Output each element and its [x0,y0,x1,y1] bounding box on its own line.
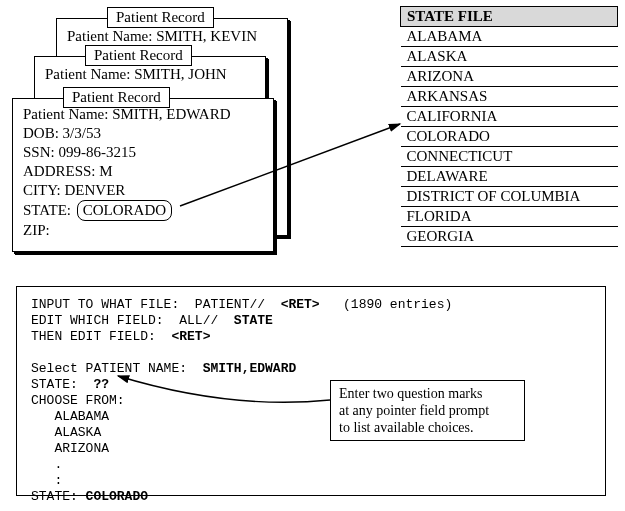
record-tab-mid: Patient Record [85,45,192,66]
patient-dob: DOB: 3/3/53 [23,124,263,143]
state-value-pill: COLORADO [77,200,172,221]
state-cell: DELAWARE [401,167,618,187]
term-line: EDIT WHICH FIELD: ALL// STATE [31,313,273,328]
table-row: CONNECTICUT [401,147,618,167]
table-row: FLORIDA [401,207,618,227]
state-cell: DISTRICT OF COLUMBIA [401,187,618,207]
callout-line: at any pointer field prompt [339,403,489,418]
term-line: ARIZONA [31,441,109,456]
table-row: COLORADO [401,127,618,147]
patient-record-card-front: Patient Record Patient Name: SMITH, EDWA… [12,98,274,252]
patient-name-back: Patient Name: SMITH, KEVIN [67,27,277,46]
term-line: ALABAMA [31,409,109,424]
patient-city: CITY: DENVER [23,181,263,200]
patient-address: ADDRESS: M [23,162,263,181]
record-tab-front: Patient Record [63,87,170,108]
callout-line: Enter two question marks [339,386,482,401]
term-line: Select PATIENT NAME: SMITH,EDWARD [31,361,296,376]
state-cell: ALASKA [401,47,618,67]
term-line: : [31,473,62,488]
table-row: GEORGIA [401,227,618,247]
state-file-header: STATE FILE [401,7,618,27]
record-tab-label: Patient Record [116,9,205,25]
state-cell: GEORGIA [401,227,618,247]
state-cell: ALABAMA [401,27,618,47]
state-file-body: ALABAMA ALASKA ARIZONA ARKANSAS CALIFORN… [401,27,618,247]
table-row: DELAWARE [401,167,618,187]
table-row: ARIZONA [401,67,618,87]
record-tab-back: Patient Record [107,7,214,28]
state-cell: CALIFORNIA [401,107,618,127]
state-label: STATE: [23,202,71,218]
term-line: STATE: ?? [31,377,109,392]
state-cell: FLORIDA [401,207,618,227]
table-row: ALASKA [401,47,618,67]
term-line: STATE: COLORADO [31,489,148,504]
table-row: ALABAMA [401,27,618,47]
state-cell: CONNECTICUT [401,147,618,167]
callout-line: to list available choices. [339,420,474,435]
term-line: CHOOSE FROM: [31,393,125,408]
table-row: ARKANSAS [401,87,618,107]
table-row: CALIFORNIA [401,107,618,127]
patient-state-row: STATE: COLORADO [23,200,263,221]
term-line: . [31,457,62,472]
term-line: INPUT TO WHAT FILE: PATIENT// <RET> (189… [31,297,452,312]
state-file-table: STATE FILE ALABAMA ALASKA ARIZONA ARKANS… [400,6,618,247]
state-cell: ARKANSAS [401,87,618,107]
term-line: THEN EDIT FIELD: <RET> [31,329,210,344]
patient-name-mid: Patient Name: SMITH, JOHN [45,65,255,84]
patient-record-stack: Patient Record Patient Name: SMITH, KEVI… [8,4,298,254]
record-tab-label: Patient Record [72,89,161,105]
record-tab-label: Patient Record [94,47,183,63]
state-cell: COLORADO [401,127,618,147]
patient-zip: ZIP: [23,221,263,240]
patient-ssn: SSN: 099-86-3215 [23,143,263,162]
table-row: DISTRICT OF COLUMBIA [401,187,618,207]
help-callout: Enter two question marks at any pointer … [330,380,525,441]
term-line: ALASKA [31,425,101,440]
state-cell: ARIZONA [401,67,618,87]
